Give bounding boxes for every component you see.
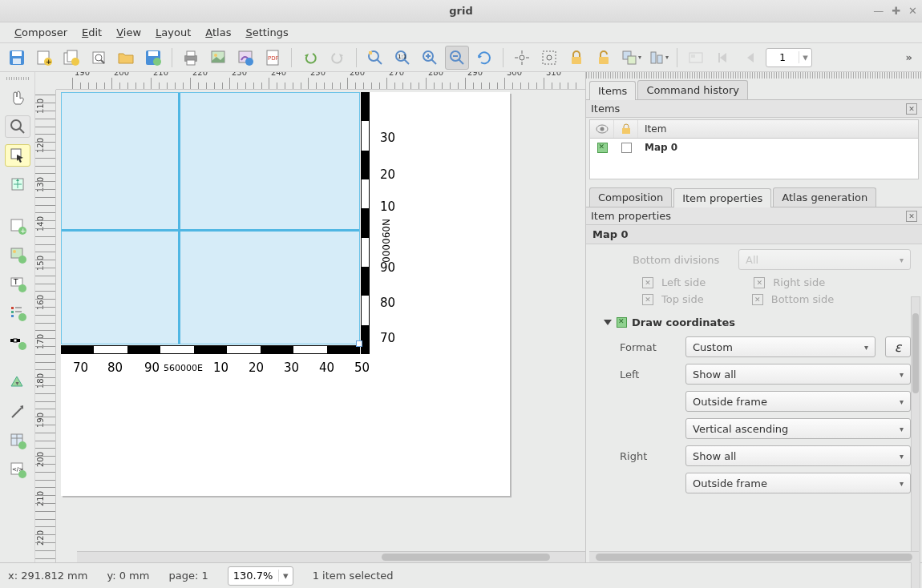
zoom-tool-icon[interactable] (5, 115, 30, 138)
right-combo-2[interactable]: Outside frame (685, 473, 911, 493)
chevron-down-icon[interactable]: ▾ (799, 51, 811, 63)
first-feature-icon[interactable] (711, 46, 735, 70)
menu-settings[interactable]: Settings (239, 24, 294, 41)
left-combo-2[interactable]: Outside frame (685, 391, 911, 412)
close-window-icon[interactable]: ✕ (908, 5, 917, 17)
item-props-header: Item properties ✕ (586, 207, 922, 225)
composer-manager-icon[interactable] (87, 46, 111, 70)
add-legend-icon[interactable] (5, 301, 30, 324)
minimize-icon[interactable]: — (873, 5, 884, 17)
hand-tool-icon[interactable] (5, 87, 30, 109)
toolbar-overflow-icon[interactable]: » (901, 51, 917, 63)
format-combo[interactable]: Custom (685, 336, 875, 357)
zoom-extents-icon[interactable] (363, 46, 387, 70)
menu-view[interactable]: View (110, 24, 148, 41)
canvas-h-scrollbar[interactable] (77, 551, 585, 562)
select-all-icon[interactable] (537, 46, 561, 70)
open-folder-icon[interactable] (114, 46, 138, 70)
left-combo-1[interactable]: Show all (685, 364, 911, 385)
zoom-combo[interactable]: ▾ (228, 566, 293, 586)
map-item[interactable] (61, 92, 370, 354)
tab-composition[interactable]: Composition (589, 187, 672, 207)
draw-coordinates-checkbox[interactable] (617, 317, 627, 328)
redo-icon[interactable] (326, 46, 350, 70)
items-list-row[interactable]: Map 0 (590, 139, 918, 156)
lock-checkbox[interactable] (621, 143, 632, 153)
atlas-page-input[interactable] (766, 52, 799, 63)
zoom-out-icon[interactable] (445, 46, 469, 70)
align-icon[interactable]: ▾ (646, 46, 670, 70)
item-name: Map 0 (638, 140, 918, 155)
ruler-tick: 120 (35, 134, 55, 140)
export-svg-icon[interactable] (233, 46, 257, 70)
tab-command-history[interactable]: Command history (637, 80, 748, 99)
atlas-page-spin[interactable]: ▾ (766, 48, 812, 67)
tab-item-properties[interactable]: Item properties (673, 188, 771, 207)
select-tool-icon[interactable] (5, 144, 30, 167)
ruler-tick: 210 (151, 78, 152, 89)
palette-grip[interactable] (6, 77, 29, 80)
maximize-icon[interactable]: ✚ (892, 5, 900, 17)
print-icon[interactable] (179, 46, 203, 70)
props-v-scrollbar[interactable] (911, 296, 920, 588)
add-scalebar-icon[interactable] (5, 330, 30, 352)
props-h-scrollbar[interactable] (589, 551, 919, 562)
save-template-icon[interactable] (141, 46, 165, 70)
expression-button[interactable]: ε (885, 336, 911, 357)
ruler-tick: 310 (544, 78, 544, 89)
coord-bottom-center: 560000E (164, 363, 203, 373)
dock-grip[interactable] (586, 72, 922, 79)
add-shape-icon[interactable]: ▾ (5, 372, 30, 394)
left-combo-3[interactable]: Vertical ascending (685, 418, 911, 439)
zoom-input[interactable] (228, 570, 278, 582)
pan-icon[interactable] (510, 46, 534, 70)
resize-handle[interactable] (356, 340, 362, 347)
draw-coordinates-section[interactable]: Draw coordinates (604, 316, 911, 328)
add-image-icon[interactable] (5, 244, 30, 266)
atlas-preview-icon[interactable] (684, 46, 708, 70)
coord-bottom-6: 40 (319, 360, 334, 375)
duplicate-composer-icon[interactable] (59, 46, 83, 70)
close-props-icon[interactable]: ✕ (906, 211, 917, 222)
item-props-subtitle: Map 0 (586, 225, 922, 244)
svg-point-8 (71, 58, 79, 66)
menu-atlas[interactable]: Atlas (199, 24, 237, 41)
collapse-triangle-icon[interactable] (604, 320, 612, 325)
export-image-icon[interactable] (206, 46, 230, 70)
export-pdf-icon[interactable]: PDF (261, 46, 285, 70)
prev-feature-icon[interactable] (738, 46, 762, 70)
new-composer-icon[interactable]: + (32, 46, 56, 70)
group-icon[interactable]: ▾ (619, 46, 643, 70)
move-content-icon[interactable] (5, 173, 30, 195)
save-icon[interactable] (5, 46, 29, 70)
unlock-icon[interactable] (592, 46, 616, 70)
right-combo-1[interactable]: Show all (685, 445, 911, 466)
add-html-icon[interactable]: </> (5, 458, 30, 481)
lock-icon[interactable] (564, 46, 588, 70)
add-table-icon[interactable] (5, 429, 30, 452)
menu-composer[interactable]: Composer (8, 24, 74, 41)
paper-viewport[interactable]: 30 20 10 N090000 90 80 70 70 80 90 56000… (56, 90, 585, 562)
coord-right-2: 10 (380, 199, 395, 214)
lock-column-icon[interactable] (614, 120, 638, 138)
add-label-icon[interactable]: T (5, 272, 30, 295)
menu-edit[interactable]: Edit (75, 24, 108, 41)
undo-icon[interactable] (298, 46, 322, 70)
tab-atlas-generation[interactable]: Atlas generation (773, 187, 876, 207)
zoom-in-icon[interactable] (418, 46, 442, 70)
svg-point-65 (18, 284, 26, 292)
item-properties-body[interactable]: Bottom divisions All ✕Left side ✕Right s… (586, 244, 922, 551)
refresh-icon[interactable] (472, 46, 496, 70)
item-column-header[interactable]: Item (638, 120, 918, 138)
svg-point-71 (18, 313, 26, 321)
zoom-actual-icon[interactable]: 1:1 (390, 46, 414, 70)
tab-items[interactable]: Items (589, 81, 636, 100)
chevron-down-icon[interactable]: ▾ (278, 570, 293, 582)
eye-column-icon[interactable] (590, 120, 614, 138)
add-map-icon[interactable]: + (5, 215, 30, 237)
close-panel-icon[interactable]: ✕ (906, 103, 917, 115)
add-arrow-icon[interactable] (5, 401, 30, 423)
grid-horizontal-line (62, 229, 359, 232)
visibility-checkbox[interactable] (597, 143, 608, 153)
menu-layout[interactable]: Layout (149, 24, 197, 41)
